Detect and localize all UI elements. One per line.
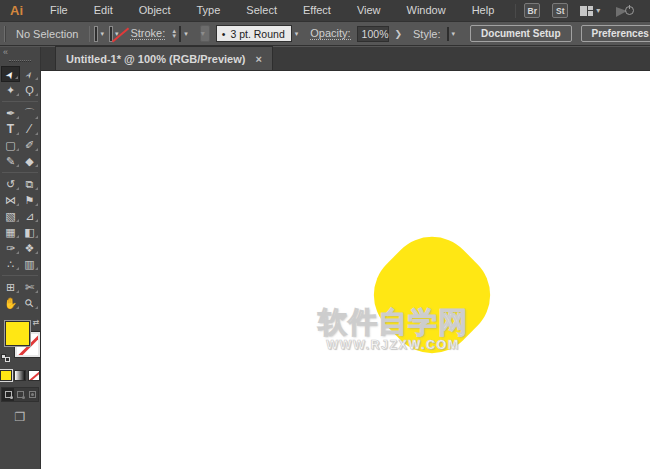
- style-swatch[interactable]: [447, 27, 449, 41]
- artboard-tool-icon[interactable]: ⊞: [1, 279, 20, 295]
- gradient-tool-icon[interactable]: ◧: [20, 224, 39, 240]
- blend-tool-icon[interactable]: ❖: [20, 240, 39, 256]
- document-setup-button[interactable]: Document Setup: [470, 25, 571, 42]
- menu-select[interactable]: Select: [233, 0, 290, 21]
- document-tab-title: Untitled-1* @ 100% (RGB/Preview): [66, 53, 245, 65]
- yellow-blob-shape[interactable]: [356, 219, 509, 372]
- free-transform-tool-icon[interactable]: ▧: [1, 208, 20, 224]
- tool-grid: ➤➢✦Ϙ✒⌒T∕▢✐✎◆↺⧉⋈⚑▧⊿▦◧✑❖∴▥⊞✄✋⚲: [1, 66, 39, 311]
- tool-divider: [2, 172, 38, 173]
- opacity-field[interactable]: 100%: [357, 26, 390, 42]
- illustrator-window: Ai File Edit Object Type Select Effect V…: [0, 0, 650, 469]
- graph-tool-icon[interactable]: ▥: [20, 256, 39, 272]
- workarea: Untitled-1* @ 100% (RGB/Preview) × 软件自学网…: [41, 47, 650, 469]
- document-tab-bar: Untitled-1* @ 100% (RGB/Preview) ×: [41, 47, 650, 71]
- stroke-color-swatch[interactable]: [110, 27, 112, 41]
- menubar-separator: [515, 4, 516, 18]
- draw-inside-button[interactable]: [26, 388, 38, 401]
- none-button[interactable]: [28, 370, 40, 381]
- drawing-modes: [1, 387, 39, 402]
- change-screen-mode-icon[interactable]: ❐: [15, 410, 26, 424]
- mesh-tool-icon[interactable]: ▦: [1, 224, 20, 240]
- illustrator-logo: Ai: [10, 3, 23, 18]
- tab-close-icon[interactable]: ×: [255, 53, 261, 65]
- shaper-tool-icon[interactable]: ✎: [1, 153, 20, 169]
- tool-divider: [2, 275, 38, 276]
- menu-effect[interactable]: Effect: [290, 0, 344, 21]
- type-tool-icon[interactable]: T: [1, 121, 20, 137]
- tool-divider: [2, 101, 38, 102]
- width-tool-icon[interactable]: ⋈: [1, 192, 20, 208]
- hand-tool-icon[interactable]: ✋: [1, 295, 20, 311]
- menu-type[interactable]: Type: [184, 0, 234, 21]
- bridge-button[interactable]: Br: [524, 3, 540, 18]
- default-fill-stroke-icon[interactable]: [1, 354, 10, 362]
- selection-tool-icon[interactable]: ➤: [1, 66, 20, 82]
- fill-color-swatch[interactable]: [95, 27, 97, 41]
- perspective-grid-tool-icon[interactable]: ⊿: [20, 208, 39, 224]
- variable-width-dropdown: ▾: [200, 25, 210, 42]
- rectangle-tool-icon[interactable]: ▢: [1, 137, 20, 153]
- draw-normal-button[interactable]: [2, 388, 14, 401]
- style-chevron-icon[interactable]: ▾: [452, 30, 456, 38]
- stroke-weight-stepper[interactable]: ▲▼: [171, 29, 177, 39]
- menu-edit[interactable]: Edit: [81, 0, 126, 21]
- panel-grip[interactable]: [4, 26, 6, 42]
- line-segment-tool-icon[interactable]: ∕: [20, 121, 39, 137]
- tools-panel: « ➤➢✦Ϙ✒⌒T∕▢✐✎◆↺⧉⋈⚑▧⊿▦◧✑❖∴▥⊞✄✋⚲ ⇄: [0, 47, 41, 469]
- draw-behind-button[interactable]: [14, 388, 26, 401]
- puppet-warp-tool-icon[interactable]: ⚑: [20, 192, 39, 208]
- brush-chevron-icon[interactable]: ▾: [295, 30, 299, 38]
- eraser-tool-icon[interactable]: ◆: [20, 153, 39, 169]
- fill-indicator[interactable]: [5, 321, 30, 346]
- curvature-tool-icon[interactable]: ⌒: [20, 105, 39, 121]
- menu-file[interactable]: File: [37, 0, 81, 21]
- fill-stroke-indicator: ⇄: [0, 317, 41, 365]
- separator: [89, 26, 90, 42]
- style-label: Style:: [413, 28, 441, 40]
- eyedropper-tool-icon[interactable]: ✑: [1, 240, 20, 256]
- swap-fill-stroke-icon[interactable]: ⇄: [33, 318, 40, 327]
- brush-definition-label: 3 pt. Round: [230, 28, 284, 40]
- color-button[interactable]: [0, 370, 12, 381]
- opacity-label[interactable]: Opacity:: [310, 27, 350, 40]
- zoom-tool-icon[interactable]: ⚲: [20, 295, 39, 311]
- menu-view[interactable]: View: [344, 0, 394, 21]
- menubar: Ai File Edit Object Type Select Effect V…: [0, 0, 650, 22]
- pen-tool-icon[interactable]: ✒: [1, 105, 20, 121]
- color-type-row: [0, 370, 40, 381]
- document-tab[interactable]: Untitled-1* @ 100% (RGB/Preview) ×: [55, 46, 273, 70]
- canvas[interactable]: 软件自学网 WWW.RJZXW.COM: [41, 71, 650, 469]
- stock-button[interactable]: St: [552, 3, 568, 18]
- chevron-down-icon: ▾: [201, 29, 205, 38]
- gradient-button[interactable]: [14, 370, 26, 381]
- brush-definition-dropdown[interactable]: • 3 pt. Round: [216, 25, 292, 42]
- selection-status: No Selection: [16, 28, 78, 40]
- fill-chevron-icon[interactable]: ▾: [100, 30, 104, 38]
- stroke-weight-field[interactable]: [179, 26, 181, 42]
- magic-wand-tool-icon[interactable]: ✦: [1, 82, 20, 98]
- direct-selection-tool-icon[interactable]: ➢: [20, 66, 39, 82]
- stroke-label[interactable]: Stroke:: [130, 27, 165, 40]
- menu-window[interactable]: Window: [394, 0, 459, 21]
- main-area: « ➤➢✦Ϙ✒⌒T∕▢✐✎◆↺⧉⋈⚑▧⊿▦◧✑❖∴▥⊞✄✋⚲ ⇄: [0, 47, 650, 469]
- toolbar-drag-grip[interactable]: [9, 60, 31, 62]
- preferences-button[interactable]: Preferences: [581, 25, 650, 42]
- symbol-sprayer-tool-icon[interactable]: ∴: [1, 256, 20, 272]
- brush-preview-dot: •: [222, 28, 226, 40]
- rotate-tool-icon[interactable]: ↺: [1, 176, 20, 192]
- menu-help[interactable]: Help: [459, 0, 508, 21]
- lasso-tool-icon[interactable]: Ϙ: [20, 82, 39, 98]
- menu-object[interactable]: Object: [126, 0, 184, 21]
- stroke-weight-chevron-icon[interactable]: ▾: [184, 30, 188, 38]
- chevron-down-icon[interactable]: ▾: [596, 6, 600, 15]
- control-bar: No Selection ▾ ▾ Stroke: ▲▼ ▾ ▾ • 3 pt. …: [0, 22, 650, 46]
- toolbar-collapse-button[interactable]: «: [0, 47, 40, 58]
- paintbrush-tool-icon[interactable]: ✐: [20, 137, 39, 153]
- opacity-expand-icon[interactable]: ❯: [389, 29, 407, 39]
- workspace-switcher-icon[interactable]: [580, 6, 593, 16]
- scale-tool-icon[interactable]: ⧉: [20, 176, 39, 192]
- gpu-performance-icon[interactable]: [616, 4, 634, 18]
- slice-tool-icon[interactable]: ✄: [20, 279, 39, 295]
